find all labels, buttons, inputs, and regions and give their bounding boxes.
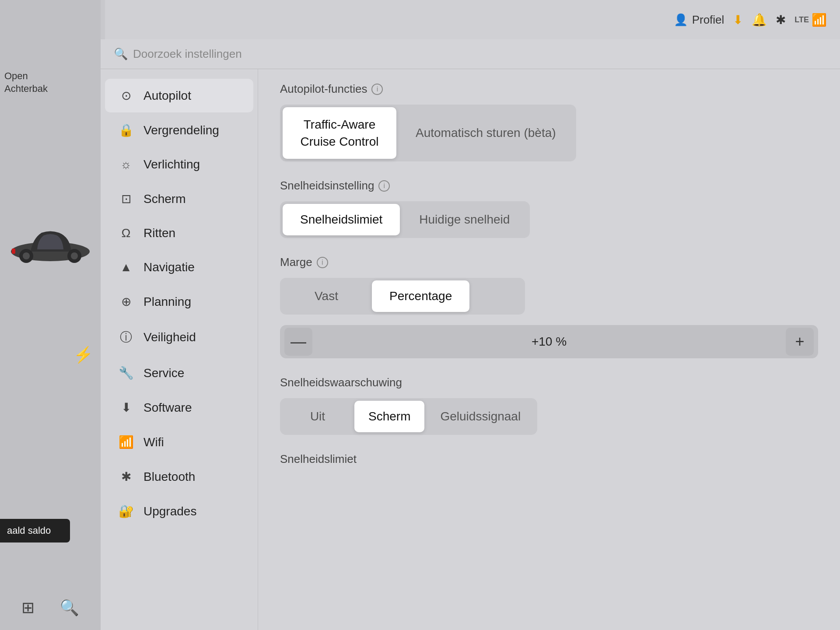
sidebar-item-label-service: Service	[144, 366, 184, 380]
sidebar-item-label-ritten: Ritten	[144, 226, 175, 240]
sidebar-item-upgrades[interactable]: 🔐Upgrades	[105, 494, 253, 528]
snelheidsinstelling-section: Snelheidsinstelling i Snelheidslimiet Hu…	[280, 179, 818, 238]
profile-button[interactable]: 👤 Profiel	[674, 13, 724, 27]
marge-increase-button[interactable]: +	[786, 328, 814, 356]
snelheidswaarschuwing-btn-group: Uit Scherm Geluidssignaal	[280, 398, 537, 435]
controls-icon[interactable]: ⊞	[21, 598, 35, 617]
service-icon: 🔧	[118, 366, 134, 380]
veiligheid-icon: ⓘ	[118, 329, 134, 346]
autopilot-functies-info-icon[interactable]: i	[371, 84, 383, 95]
sidebar-item-label-bluetooth: Bluetooth	[144, 470, 195, 484]
snelheidslimiet-section: Snelheidslimiet	[280, 452, 818, 466]
marge-btn-group: Vast Percentage	[280, 278, 525, 315]
left-panel: Open Achterbak ⚡ aald sa	[0, 0, 101, 630]
signal-bars-icon: 📶	[812, 13, 827, 27]
vergrendeling-icon: 🔒	[118, 123, 134, 137]
charge-icon: ⚡	[74, 346, 93, 364]
bluetooth-icon: ✱	[776, 13, 786, 27]
notification-button[interactable]: 🔔	[752, 13, 767, 27]
search-bar: 🔍 Doorzoek instellingen	[101, 39, 840, 69]
content-area: ⊙Autopilot🔒Vergrendeling☼Verlichting⊡Sch…	[101, 69, 840, 630]
settings-panel: 🔍 Doorzoek instellingen ⊙Autopilot🔒Vergr…	[101, 39, 840, 630]
marge-info-icon[interactable]: i	[317, 257, 328, 268]
sidebar-item-label-autopilot: Autopilot	[144, 89, 191, 103]
uit-button[interactable]: Uit	[283, 401, 353, 432]
person-icon: 👤	[674, 13, 688, 27]
sidebar-item-ritten[interactable]: ΩRitten	[105, 217, 253, 250]
sidebar-item-planning[interactable]: ⊕Planning	[105, 285, 253, 318]
svg-point-2	[23, 252, 30, 259]
autosteer-button[interactable]: Automatisch sturen (bèta)	[398, 107, 574, 159]
bluetooth-icon: ✱	[118, 469, 134, 484]
verlichting-icon: ☼	[118, 158, 134, 172]
sidebar-item-label-navigatie: Navigatie	[144, 260, 195, 274]
huidige-snelheid-button[interactable]: Huidige snelheid	[402, 204, 527, 235]
sidebar-item-label-verlichting: Verlichting	[144, 158, 200, 172]
search-bottom-icon[interactable]: 🔍	[60, 598, 79, 617]
sidebar-item-veiligheid[interactable]: ⓘVeiligheid	[105, 319, 253, 355]
autopilot-functies-section: Autopilot-functies i Traffic-Aware Cruis…	[280, 82, 818, 161]
snelheidswaarschuwing-title: Snelheidswaarschuwing	[280, 376, 818, 389]
marge-section: Marge i Vast Percentage — +10 % +	[280, 256, 818, 358]
sidebar-item-autopilot[interactable]: ⊙Autopilot	[105, 79, 253, 112]
percentage-button[interactable]: Percentage	[372, 280, 469, 312]
wifi-icon: 📶	[118, 435, 134, 449]
sidebar-item-software[interactable]: ⬇Software	[105, 391, 253, 424]
balance-badge[interactable]: aald saldo	[0, 519, 70, 542]
snelheidsinstelling-title: Snelheidsinstelling i	[280, 179, 818, 192]
geluidssignaal-button[interactable]: Geluidssignaal	[426, 401, 535, 432]
scherm-button[interactable]: Scherm	[354, 401, 424, 432]
car-image: ⚡	[0, 131, 101, 350]
sidebar-item-label-software: Software	[144, 401, 192, 415]
lte-icon: LTE	[794, 15, 809, 24]
navigatie-icon: ▲	[118, 260, 134, 274]
upgrades-icon: 🔐	[118, 504, 134, 518]
autopilot-functies-btn-group: Traffic-Aware Cruise Control Automatisch…	[280, 105, 576, 161]
software-icon: ⬇	[118, 400, 134, 415]
sidebar-item-scherm[interactable]: ⊡Scherm	[105, 182, 253, 216]
sidebar-item-navigatie[interactable]: ▲Navigatie	[105, 251, 253, 284]
lte-signal: LTE 📶	[794, 13, 827, 27]
sidebar-item-label-planning: Planning	[144, 295, 191, 309]
search-icon: 🔍	[114, 47, 128, 61]
sidebar-item-service[interactable]: 🔧Service	[105, 356, 253, 390]
snelheidsinstelling-btn-group: Snelheidslimiet Huidige snelheid	[280, 201, 530, 238]
ritten-icon: Ω	[118, 226, 134, 240]
sidebar-nav: ⊙Autopilot🔒Vergrendeling☼Verlichting⊡Sch…	[101, 69, 258, 630]
profile-label: Profiel	[692, 13, 724, 27]
sidebar-item-label-vergrendeling: Vergrendeling	[144, 123, 219, 137]
bell-icon: 🔔	[752, 13, 767, 27]
autopilot-functies-title: Autopilot-functies i	[280, 82, 818, 96]
marge-value: +10 %	[523, 335, 575, 349]
main-content: Autopilot-functies i Traffic-Aware Cruis…	[258, 69, 840, 630]
sidebar-item-wifi[interactable]: 📶Wifi	[105, 425, 253, 459]
sidebar-item-label-wifi: Wifi	[144, 435, 164, 449]
snelheidslimiet-title: Snelheidslimiet	[280, 452, 818, 466]
marge-stepper: — +10 % +	[280, 325, 818, 358]
balance-label: aald saldo	[7, 525, 51, 536]
sidebar-item-vergrendeling[interactable]: 🔒Vergrendeling	[105, 113, 253, 147]
svg-point-4	[71, 252, 78, 259]
sidebar-item-verlichting[interactable]: ☼Verlichting	[105, 148, 253, 181]
sidebar-item-bluetooth[interactable]: ✱Bluetooth	[105, 460, 253, 494]
status-bar: 👤 Profiel ⬇ 🔔 ✱ LTE 📶	[105, 0, 840, 39]
vast-button[interactable]: Vast	[283, 280, 370, 312]
tacc-button[interactable]: Traffic-Aware Cruise Control	[283, 107, 396, 159]
open-achterbak-button[interactable]: Open Achterbak	[4, 70, 48, 95]
bluetooth-status: ✱	[776, 13, 786, 27]
sidebar-item-label-veiligheid: Veiligheid	[144, 330, 196, 344]
search-placeholder[interactable]: Doorzoek instellingen	[133, 47, 242, 61]
snelheidsinstelling-info-icon[interactable]: i	[378, 180, 390, 192]
scherm-icon: ⊡	[118, 192, 134, 206]
snelheidslimiet-button[interactable]: Snelheidslimiet	[283, 204, 400, 235]
bottom-nav: ⊞ 🔍	[0, 598, 101, 617]
svg-rect-5	[12, 248, 15, 254]
planning-icon: ⊕	[118, 294, 134, 309]
marge-title: Marge i	[280, 256, 818, 269]
sidebar-item-label-scherm: Scherm	[144, 192, 186, 206]
download-icon: ⬇	[733, 13, 743, 27]
download-button[interactable]: ⬇	[733, 13, 743, 27]
snelheidswaarschuwing-section: Snelheidswaarschuwing Uit Scherm Geluids…	[280, 376, 818, 435]
marge-decrease-button[interactable]: —	[284, 328, 312, 356]
autopilot-icon: ⊙	[118, 88, 134, 103]
